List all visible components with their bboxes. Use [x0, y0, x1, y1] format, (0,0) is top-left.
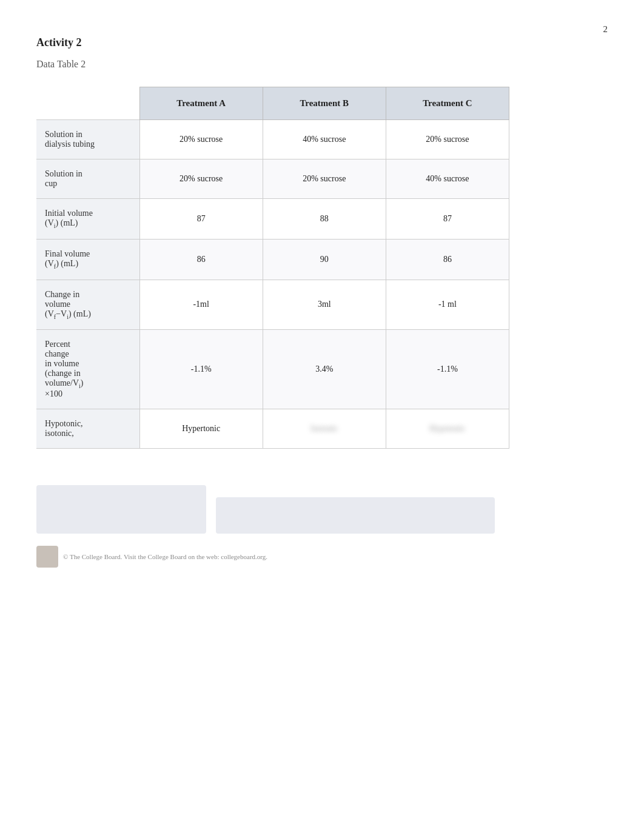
cell-final-a: 86: [139, 239, 263, 280]
cell-tonicity-a: Hypertonic: [139, 409, 263, 449]
cell-initial-a: 87: [139, 199, 263, 240]
table-row: Change involume(Vf−Vi) (mL) -1ml 3ml -1 …: [36, 280, 509, 330]
cell-dialysis-a: 20% sucrose: [139, 120, 263, 159]
table-row: Solution incup 20% sucrose 20% sucrose 4…: [36, 159, 509, 199]
bottom-box-left: [36, 485, 206, 534]
data-table-label: Data Table 2: [36, 59, 608, 70]
row-label-cup: Solution incup: [36, 159, 139, 199]
footer-text: © The College Board. Visit the College B…: [63, 553, 267, 560]
cell-tonicity-b: Isotonic: [263, 409, 386, 449]
cell-percent-b: 3.4%: [263, 330, 386, 409]
bottom-box-right: [216, 497, 495, 534]
data-table: Treatment A Treatment B Treatment C Solu…: [36, 87, 509, 449]
table-row: Solution indialysis tubing 20% sucrose 4…: [36, 120, 509, 159]
cell-change-c: -1 ml: [386, 280, 509, 330]
row-label-change-volume: Change involume(Vf−Vi) (mL): [36, 280, 139, 330]
footer-icon: [36, 546, 58, 568]
page-number: 2: [603, 24, 608, 35]
header-treatment-c: Treatment C: [386, 87, 509, 120]
cell-change-a: -1ml: [139, 280, 263, 330]
row-label-tonicity: Hypotonic,isotonic,: [36, 409, 139, 449]
table-row: Initial volume(Vi) (mL) 87 88 87: [36, 199, 509, 240]
header-treatment-a: Treatment A: [139, 87, 263, 120]
row-label-initial-volume: Initial volume(Vi) (mL): [36, 199, 139, 240]
table-row: Hypotonic,isotonic, Hypertonic Isotonic …: [36, 409, 509, 449]
cell-cup-c: 40% sucrose: [386, 159, 509, 199]
cell-dialysis-b: 40% sucrose: [263, 120, 386, 159]
bottom-section: [36, 485, 608, 534]
table-row: Percentchangein volume(change involume/V…: [36, 330, 509, 409]
cell-initial-b: 88: [263, 199, 386, 240]
cell-percent-c: -1.1%: [386, 330, 509, 409]
row-label-final-volume: Final volume(Vf) (mL): [36, 239, 139, 280]
cell-initial-c: 87: [386, 199, 509, 240]
footer: © The College Board. Visit the College B…: [36, 546, 608, 568]
cell-tonicity-c: Hypotonic: [386, 409, 509, 449]
cell-cup-b: 20% sucrose: [263, 159, 386, 199]
cell-dialysis-c: 20% sucrose: [386, 120, 509, 159]
cell-final-c: 86: [386, 239, 509, 280]
table-row: Final volume(Vf) (mL) 86 90 86: [36, 239, 509, 280]
cell-percent-a: -1.1%: [139, 330, 263, 409]
row-label-percent-change: Percentchangein volume(change involume/V…: [36, 330, 139, 409]
cell-cup-a: 20% sucrose: [139, 159, 263, 199]
cell-final-b: 90: [263, 239, 386, 280]
activity-title: Activity 2: [36, 36, 608, 49]
header-row-label: [36, 87, 139, 120]
header-treatment-b: Treatment B: [263, 87, 386, 120]
row-label-dialysis: Solution indialysis tubing: [36, 120, 139, 159]
cell-change-b: 3ml: [263, 280, 386, 330]
